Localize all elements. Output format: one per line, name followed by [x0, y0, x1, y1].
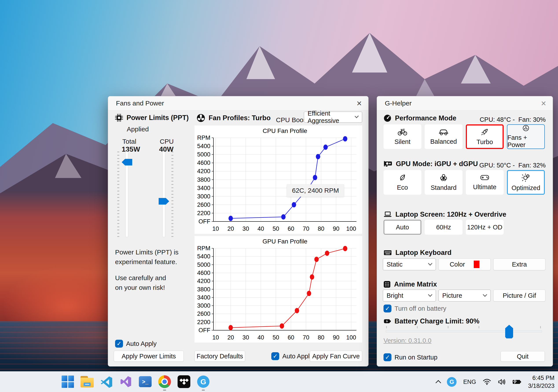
cpu-boost-dropdown[interactable]: Efficient Aggressive	[304, 112, 362, 123]
svg-text:40: 40	[257, 225, 264, 232]
cpu-slider-thumb[interactable]	[159, 198, 169, 205]
gpu-ultimate-button[interactable]: Ultimate	[466, 170, 504, 195]
total-slider-thumb[interactable]	[122, 159, 132, 166]
start-button[interactable]	[61, 375, 75, 389]
ghelper-running-indicator	[202, 390, 205, 391]
file-explorer-button[interactable]	[80, 375, 94, 389]
screen-auto-button[interactable]: Auto	[384, 220, 421, 235]
svg-text:5400: 5400	[197, 143, 210, 150]
svg-text:2200: 2200	[197, 319, 210, 325]
visual-studio-icon	[120, 375, 132, 388]
gpu-standard-button[interactable]: Standard	[425, 170, 462, 195]
svg-text:40: 40	[257, 334, 264, 341]
turn-off-on-battery-label: Turn off on battery	[394, 305, 446, 312]
matrix-running-dropdown[interactable]: Picture	[438, 290, 491, 301]
fan-auto-apply-row: ✓ Auto Apply	[271, 352, 313, 360]
apply-fan-curve-button[interactable]: Apply Fan Curve	[310, 351, 362, 362]
matrix-picture-gif-button[interactable]: Picture / Gif	[493, 290, 545, 301]
fan-auto-apply-checkbox[interactable]: ✓	[271, 352, 279, 360]
gpu-card-icon	[384, 161, 392, 167]
turn-off-on-battery-checkbox[interactable]: ✓	[384, 305, 392, 312]
wifi-icon[interactable]	[483, 379, 491, 385]
svg-text:90: 90	[333, 225, 340, 232]
run-on-startup-label: Run on Startup	[394, 354, 437, 361]
svg-text:2600: 2600	[197, 310, 210, 317]
close-icon[interactable]: ×	[357, 99, 362, 108]
quit-button[interactable]: Quit	[501, 351, 545, 362]
svg-text:OFF: OFF	[199, 218, 210, 225]
gpu-optimized-button[interactable]: Optimized	[507, 170, 545, 195]
svg-text:RPM: RPM	[197, 134, 210, 141]
keyboard-mode-dropdown[interactable]: Static	[383, 259, 436, 270]
volume-icon[interactable]	[498, 379, 506, 385]
screen-60hz-button[interactable]: 60Hz	[425, 220, 462, 235]
battery-slider-track[interactable]	[386, 331, 542, 333]
run-on-startup-checkbox[interactable]: ✓	[384, 353, 392, 361]
windows-logo-icon	[62, 375, 74, 388]
ghelper-titlebar[interactable]: G-Helper ×	[377, 96, 553, 110]
apply-power-limits-button[interactable]: Apply Power Limits	[114, 351, 184, 362]
cpu-fan-curve-chart[interactable]: CPU Fan Profile102030405060708090100OFF2…	[194, 125, 362, 234]
version-link[interactable]: Version: 0.31.0.0	[384, 337, 431, 344]
mode-silent-button[interactable]: Silent	[384, 124, 421, 149]
tidal-icon	[178, 375, 190, 388]
mode-fans-power-button[interactable]: Fans + Power	[507, 124, 545, 149]
clock[interactable]: 6:45 PM 3/18/2023	[528, 374, 555, 390]
power-auto-apply-row: ✓ Auto Apply	[115, 340, 157, 348]
ghelper-tray-icon[interactable]: G	[447, 377, 457, 387]
screen-120hz-od-button[interactable]: 120Hz + OD	[466, 220, 504, 235]
gpu-fan-chart-panel: GPU Fan Profile102030405060708090100OFF2…	[194, 236, 362, 342]
matrix-battery-row: ✓ Turn off on battery	[384, 305, 446, 312]
gpu-fan-curve-chart[interactable]: GPU Fan Profile102030405060708090100OFF2…	[194, 236, 362, 342]
powershell-button[interactable]: >_	[138, 375, 152, 389]
cpu-fan-chart-panel: CPU Fan Profile102030405060708090100OFF2…	[194, 125, 362, 234]
svg-text:3400: 3400	[197, 294, 210, 301]
battery-tick	[479, 326, 479, 328]
optimized-bulb-gear-icon	[522, 173, 530, 182]
fans-window-titlebar[interactable]: Fans and Power ×	[108, 96, 368, 110]
close-icon[interactable]: ×	[541, 99, 546, 108]
fans-window-title: Fans and Power	[116, 100, 164, 107]
tray-chevron-up-icon[interactable]	[436, 380, 441, 386]
battery-slider-thumb[interactable]	[505, 325, 513, 338]
keyboard-icon	[384, 250, 392, 256]
svg-text:4600: 4600	[197, 159, 210, 166]
powershell-icon: >_	[139, 376, 152, 387]
battery-tray-icon[interactable]	[512, 379, 522, 385]
laptop-keyboard-header: Laptop Keyboard	[384, 249, 452, 257]
svg-text:30: 30	[243, 225, 249, 232]
gauge-icon	[384, 114, 392, 122]
keyboard-extra-button[interactable]: Extra	[493, 259, 545, 270]
dot-matrix-icon	[384, 281, 391, 288]
language-indicator[interactable]: ENG	[463, 379, 476, 385]
factory-defaults-button[interactable]: Factory Defaults	[194, 351, 245, 362]
power-auto-apply-checkbox[interactable]: ✓	[115, 340, 123, 348]
cpu-temp-fan-status: CPU: 48°C - Fan: 30%	[480, 116, 546, 123]
chrome-icon	[158, 375, 171, 388]
leaf-icon	[399, 174, 406, 181]
battery-tick	[386, 326, 387, 328]
svg-text:5400: 5400	[197, 253, 210, 260]
ghelper-title: G-Helper	[385, 100, 412, 107]
gpu-eco-button[interactable]: Eco	[384, 170, 421, 195]
mode-turbo-button[interactable]: Turbo	[466, 124, 504, 149]
vscode-button[interactable]	[99, 375, 113, 389]
chevron-down-icon	[428, 261, 432, 266]
fan-icon	[197, 114, 205, 122]
cpu-slider-track[interactable]	[162, 151, 165, 237]
svg-text:5000: 5000	[197, 261, 210, 268]
chrome-button[interactable]	[157, 375, 172, 389]
svg-text:60: 60	[288, 225, 294, 232]
matrix-brightness-dropdown[interactable]: Bright	[383, 290, 436, 301]
car-icon	[439, 128, 448, 135]
fan-auto-apply-label: Auto Apply	[282, 353, 313, 360]
ghelper-taskbar-button[interactable]: G	[196, 375, 210, 389]
battery-limit-header: Battery Charge Limit: 90%	[384, 317, 480, 325]
keyboard-color-button[interactable]: Color	[438, 259, 491, 270]
svg-text:4200: 4200	[197, 278, 210, 284]
tidal-button[interactable]	[177, 375, 191, 389]
power-limits-header: Power Limits (PPT)	[115, 114, 189, 122]
visual-studio-button[interactable]	[119, 375, 133, 389]
mode-balanced-button[interactable]: Balanced	[425, 124, 462, 149]
power-limits-applied-status: Applied	[127, 124, 149, 134]
